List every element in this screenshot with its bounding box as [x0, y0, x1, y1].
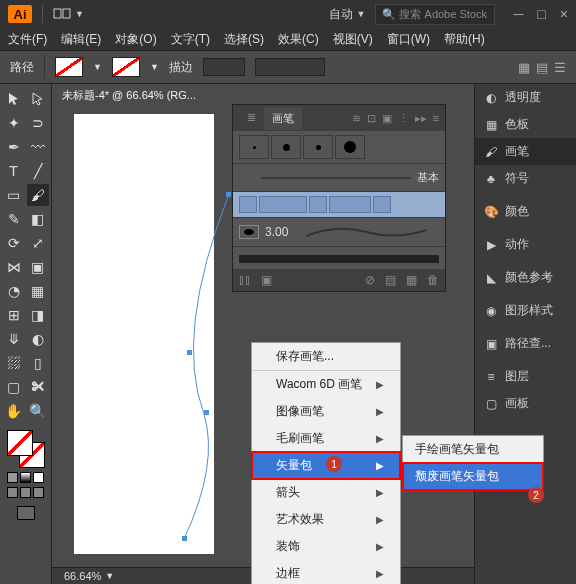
shaper-tool[interactable]: ✎ [3, 208, 25, 230]
menu-window[interactable]: 窗口(W) [387, 31, 430, 48]
menu-file[interactable]: 文件(F) [8, 31, 47, 48]
layout-dropdown[interactable]: ▼ [53, 8, 84, 20]
stroke-weight-dropdown[interactable] [203, 58, 245, 76]
menu-view[interactable]: 视图(V) [333, 31, 373, 48]
menu-item-decorative[interactable]: 装饰▶ [252, 533, 400, 560]
artboard-tool[interactable]: ▢ [3, 376, 25, 398]
menu-item-arrows[interactable]: 箭头▶ [252, 479, 400, 506]
anchor-point[interactable] [204, 410, 209, 415]
selection-tool[interactable] [3, 88, 25, 110]
menu-type[interactable]: 文字(T) [171, 31, 210, 48]
menu-item-wacom[interactable]: Wacom 6D 画笔▶ [252, 371, 400, 398]
draw-mode[interactable] [7, 487, 18, 498]
document-tab[interactable]: 未标题-4* @ 66.64% (RG... [52, 84, 206, 107]
brush-thumb[interactable] [303, 135, 333, 159]
pattern-brush-row[interactable] [233, 192, 445, 218]
brush-thumb[interactable] [271, 135, 301, 159]
panel-artboards[interactable]: ▢画板 [475, 390, 576, 417]
panel-color-guide[interactable]: ◣颜色参考 [475, 264, 576, 291]
panel-layers[interactable]: ≡图层 [475, 363, 576, 390]
chevron-down-icon[interactable]: ▼ [93, 62, 102, 72]
panel-brushes[interactable]: 🖌画笔 [475, 138, 576, 165]
fill-color[interactable] [7, 430, 33, 456]
menu-icon[interactable]: ≡ [433, 112, 439, 125]
collapse-icon[interactable]: ▸▸ [415, 112, 427, 125]
panel-icon[interactable]: ▤ [536, 60, 548, 75]
color-mode[interactable] [7, 472, 18, 483]
rotate-tool[interactable]: ⟳ [3, 232, 25, 254]
perspective-tool[interactable]: ▦ [27, 280, 49, 302]
fill-stroke-swatch[interactable] [7, 430, 45, 468]
library-icon[interactable]: ⫿⫿ [239, 273, 251, 287]
panel-icon[interactable]: ☰ [554, 60, 566, 75]
delete-icon[interactable]: 🗑 [427, 273, 439, 287]
curvature-tool[interactable]: 〰 [27, 136, 49, 158]
profile-dropdown[interactable] [255, 58, 325, 76]
anchor-point[interactable] [226, 192, 231, 197]
paintbrush-tool[interactable]: 🖌 [27, 184, 49, 206]
menu-item-borders[interactable]: 边框▶ [252, 560, 400, 584]
stroke-swatch[interactable] [112, 57, 140, 77]
line-tool[interactable]: ╱ [27, 160, 49, 182]
menu-select[interactable]: 选择(S) [224, 31, 264, 48]
tab-brushes[interactable]: 画笔 [264, 107, 302, 130]
new-brush-icon[interactable]: ▦ [406, 273, 417, 287]
hand-tool[interactable]: ✋ [3, 400, 25, 422]
eraser-tool[interactable]: ◧ [27, 208, 49, 230]
chevron-down-icon[interactable]: ▼ [150, 62, 159, 72]
mesh-tool[interactable]: ⊞ [3, 304, 25, 326]
auto-dropdown[interactable]: 自动 ▼ [329, 6, 366, 23]
draw-mode[interactable] [33, 487, 44, 498]
hdr-icon[interactable]: ≋ [352, 112, 361, 125]
art-brush-row[interactable]: 3.00 [233, 218, 445, 247]
panel-color[interactable]: 🎨颜色 [475, 198, 576, 225]
minimize-button[interactable]: ─ [513, 6, 523, 22]
panel-actions[interactable]: ▶动作 [475, 231, 576, 258]
fill-swatch[interactable] [55, 57, 83, 77]
anchor-point[interactable] [182, 536, 187, 541]
tab-inactive[interactable]: ≣ [239, 107, 264, 130]
remove-stroke-icon[interactable]: ⊘ [365, 273, 375, 287]
eyedropper-tool[interactable]: ⤋ [3, 328, 25, 350]
panel-swatches[interactable]: ▦色板 [475, 111, 576, 138]
lasso-tool[interactable]: ⊃ [27, 112, 49, 134]
shape-builder-tool[interactable]: ◔ [3, 280, 25, 302]
panel-symbols[interactable]: ♣符号 [475, 165, 576, 192]
magic-wand-tool[interactable]: ✦ [3, 112, 25, 134]
hdr-icon[interactable]: ⊡ [367, 112, 376, 125]
menu-edit[interactable]: 编辑(E) [61, 31, 101, 48]
search-input[interactable]: 🔍 搜索 Adobe Stock [375, 4, 495, 25]
type-tool[interactable]: T [3, 160, 25, 182]
pen-tool[interactable]: ✒ [3, 136, 25, 158]
screen-mode[interactable] [17, 506, 35, 520]
blend-tool[interactable]: ◐ [27, 328, 49, 350]
brush-thumb[interactable] [239, 135, 269, 159]
submenu-item-hand-drawn[interactable]: 手绘画笔矢量包 [403, 436, 543, 463]
slice-tool[interactable]: ✀ [27, 376, 49, 398]
panel-icon[interactable]: ▦ [518, 60, 530, 75]
menu-item-image-brush[interactable]: 图像画笔▶ [252, 398, 400, 425]
maximize-button[interactable]: □ [537, 6, 545, 22]
menu-effect[interactable]: 效果(C) [278, 31, 319, 48]
libraries-menu-icon[interactable]: ▣ [261, 273, 272, 287]
scale-tool[interactable]: ⤢ [27, 232, 49, 254]
menu-item-artistic[interactable]: 艺术效果▶ [252, 506, 400, 533]
panel-transparency[interactable]: ◐透明度 [475, 84, 576, 111]
free-transform-tool[interactable]: ▣ [27, 256, 49, 278]
rectangle-tool[interactable]: ▭ [3, 184, 25, 206]
menu-object[interactable]: 对象(O) [115, 31, 156, 48]
symbol-sprayer-tool[interactable]: ⛆ [3, 352, 25, 374]
close-button[interactable]: × [560, 6, 568, 22]
none-mode[interactable] [33, 472, 44, 483]
brush-thumb[interactable] [335, 135, 365, 159]
basic-brush-row[interactable]: 基本 [233, 164, 445, 192]
menu-help[interactable]: 帮助(H) [444, 31, 485, 48]
panel-header[interactable]: ≣ 画笔 ≋ ⊡ ▣ ⋮ ▸▸ ≡ [233, 105, 445, 131]
chevron-down-icon[interactable]: ▼ [105, 571, 114, 581]
draw-mode[interactable] [20, 487, 31, 498]
width-tool[interactable]: ⋈ [3, 256, 25, 278]
anchor-point[interactable] [187, 350, 192, 355]
panel-graphic-styles[interactable]: ◉图形样式 [475, 297, 576, 324]
options-icon[interactable]: ▤ [385, 273, 396, 287]
hdr-icon[interactable]: ⋮ [398, 112, 409, 125]
